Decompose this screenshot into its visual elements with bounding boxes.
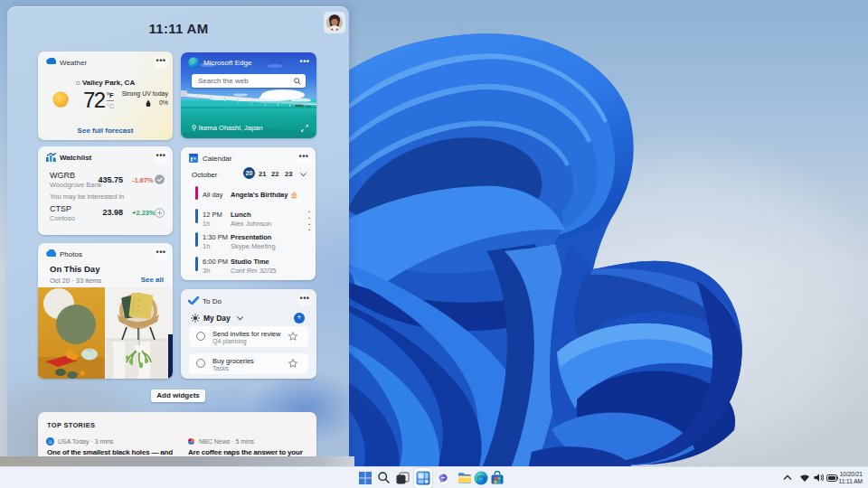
svg-text:U: U xyxy=(49,439,52,445)
